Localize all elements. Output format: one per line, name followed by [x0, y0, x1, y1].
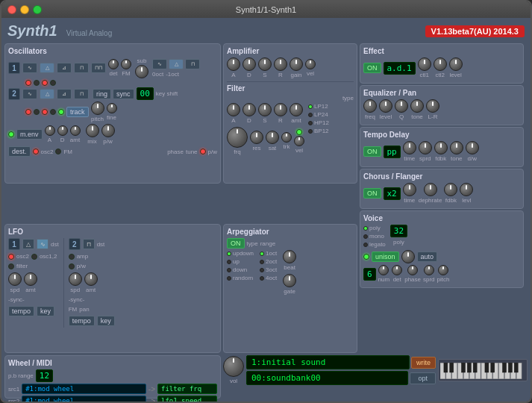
eq-freq-knob[interactable] — [363, 99, 377, 113]
sub-wave-sine[interactable]: ∿ — [152, 59, 167, 69]
arp-beat-knob[interactable] — [283, 250, 296, 263]
arp-up-item[interactable]: up — [227, 258, 254, 265]
pw-knob[interactable] — [101, 124, 115, 137]
lfo1-shape-sin[interactable]: ∿ — [37, 239, 48, 249]
filter-r-knob[interactable] — [274, 103, 287, 116]
tempo-sprd-knob[interactable] — [419, 141, 432, 154]
arp-1oct-item[interactable]: 1oct — [260, 250, 277, 257]
menv-amt-knob[interactable] — [70, 125, 81, 136]
fine-knob[interactable] — [107, 103, 117, 113]
filter-lp24-item[interactable]: LP24 — [308, 111, 329, 118]
osc1-fm-knob[interactable] — [121, 59, 131, 69]
arp-random-item[interactable]: random — [227, 275, 254, 281]
voice-det-knob[interactable] — [392, 265, 402, 275]
amp-vel-knob[interactable] — [305, 59, 316, 69]
osc1-det-knob[interactable] — [108, 59, 119, 69]
mini-keyboard[interactable] — [438, 359, 528, 381]
lfo1-key-btn[interactable]: key — [37, 306, 54, 316]
lfo2-amt-knob[interactable] — [84, 272, 98, 286]
voice-auto-btn[interactable]: auto — [417, 252, 438, 262]
filter-hp12-item[interactable]: HP12 — [308, 119, 329, 126]
maximize-button[interactable] — [33, 5, 42, 14]
filter-sat-knob[interactable] — [266, 131, 279, 144]
osc1-wave-tri[interactable]: △ — [40, 63, 54, 73]
tempo-tone-knob[interactable] — [450, 141, 463, 154]
voice-num-knob[interactable] — [378, 265, 389, 275]
lfo1-amt-knob[interactable] — [24, 272, 37, 286]
chorus-fdbk-knob[interactable] — [444, 183, 457, 196]
voice-sprd-knob[interactable] — [424, 265, 434, 275]
chorus-levl-knob[interactable] — [460, 183, 473, 196]
sub-knob[interactable] — [135, 65, 148, 78]
dest-btn[interactable]: dest. — [8, 146, 31, 157]
eq-q-knob[interactable] — [395, 99, 408, 113]
sub-wave-sq[interactable]: ⊓ — [185, 59, 200, 69]
tempo-dw-knob[interactable] — [466, 141, 479, 154]
menv-a-knob[interactable] — [45, 125, 55, 136]
lfo2-key-btn[interactable]: key — [97, 316, 115, 326]
chorus-dephrate-knob[interactable] — [424, 183, 437, 196]
keyboard-svg[interactable] — [440, 363, 525, 379]
amp-gain-knob[interactable] — [290, 57, 303, 71]
osc1-wave-sq[interactable]: ⊓ — [74, 63, 89, 73]
lfo1-spd-knob[interactable] — [8, 272, 22, 286]
osc2-wave-tri[interactable]: △ — [40, 89, 54, 99]
lfo1-tempo-btn[interactable]: tempo — [8, 306, 34, 316]
sub-wave-tri[interactable]: △ — [169, 59, 184, 69]
effect-ctl1-knob[interactable] — [418, 57, 431, 71]
arp-3oct-item[interactable]: 3oct — [260, 266, 277, 273]
tempo-time-knob[interactable] — [403, 141, 416, 154]
eq-lr-knob[interactable] — [426, 99, 439, 113]
filter-s-knob[interactable] — [258, 103, 272, 116]
osc1-wave-sine[interactable]: ∿ — [22, 63, 37, 73]
osc2-wave-sq[interactable]: ⊓ — [74, 89, 89, 99]
write-btn[interactable]: write — [411, 357, 436, 369]
opt-btn[interactable]: opt — [410, 372, 436, 384]
voice-mono-item[interactable]: mono — [363, 233, 386, 240]
arp-down-item[interactable]: down — [227, 266, 254, 273]
voice-phase-knob[interactable] — [407, 265, 418, 275]
arp-4oct-item[interactable]: 4oct — [260, 275, 277, 281]
sync-btn[interactable]: sync — [113, 89, 134, 99]
filter-d-knob[interactable] — [242, 103, 256, 116]
voice-legato-item[interactable]: legato — [363, 241, 386, 248]
filter-trk-knob[interactable] — [281, 132, 292, 143]
filter-lp12-item[interactable]: LP12 — [308, 103, 329, 110]
filter-res-knob[interactable] — [250, 131, 263, 144]
amp-a-knob[interactable] — [227, 57, 240, 71]
osc2-wave-sine[interactable]: ∿ — [22, 89, 37, 99]
osc2-wave-saw[interactable]: ⊿ — [57, 89, 72, 99]
mix-knob[interactable] — [86, 124, 99, 137]
menv-d-knob[interactable] — [57, 125, 68, 136]
filter-vel-knob[interactable] — [294, 136, 304, 146]
effect-on-btn[interactable]: ON — [363, 63, 381, 73]
effect-level-knob[interactable] — [449, 57, 463, 71]
chorus-on-btn[interactable]: ON — [363, 188, 381, 199]
osc1-wave-saw[interactable]: ⊿ — [57, 63, 72, 73]
vol-knob[interactable] — [223, 356, 244, 377]
lfo1-shape-tri[interactable]: △ — [22, 239, 34, 249]
voice-poly-item[interactable]: poly — [363, 225, 386, 231]
effect-ctl2-knob[interactable] — [434, 57, 447, 71]
arp-2oct-item[interactable]: 2oct — [260, 258, 277, 265]
eq-tone-knob[interactable] — [410, 99, 424, 113]
tempo-fdbk-knob[interactable] — [434, 141, 448, 154]
filter-amt-knob[interactable] — [290, 103, 303, 116]
filter-a-knob[interactable] — [227, 103, 240, 116]
amp-r-knob[interactable] — [274, 57, 287, 71]
filter-frq-knob[interactable] — [227, 127, 248, 148]
lfo2-shape-sq[interactable]: ⊓ — [83, 239, 95, 249]
arp-on-btn[interactable]: ON — [227, 238, 245, 249]
osc1-wave-pulse[interactable]: ⊓⊓ — [91, 63, 106, 73]
filter-bp12-item[interactable]: BP12 — [308, 128, 329, 134]
voice-unison-btn[interactable]: unison — [372, 252, 399, 262]
ring-btn[interactable]: ring — [93, 89, 111, 99]
close-button[interactable] — [7, 5, 16, 14]
menv-btn[interactable]: m.env — [16, 129, 43, 140]
arp-gate-knob[interactable] — [283, 274, 296, 287]
minimize-button[interactable] — [20, 5, 29, 14]
arp-updown-item[interactable]: updown — [227, 250, 254, 257]
track-btn[interactable]: track — [66, 107, 89, 117]
tempo-on-btn[interactable]: ON — [363, 146, 381, 157]
lfo2-spd-knob[interactable] — [69, 272, 82, 286]
